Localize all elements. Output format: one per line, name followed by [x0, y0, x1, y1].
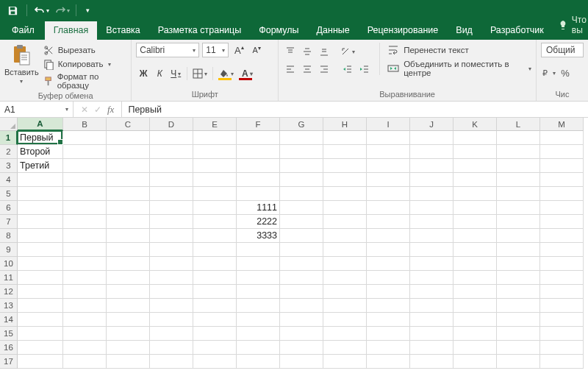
tab-data[interactable]: Данные	[308, 21, 359, 40]
cell[interactable]	[18, 215, 63, 229]
cell[interactable]	[237, 257, 280, 271]
fill-color-button[interactable]: ▾	[217, 66, 236, 81]
row-header[interactable]: 12	[0, 285, 18, 299]
cell[interactable]	[193, 215, 237, 229]
cell[interactable]	[18, 187, 63, 201]
cell[interactable]	[540, 159, 584, 173]
cell[interactable]	[63, 341, 107, 355]
cell[interactable]	[540, 243, 584, 257]
cell[interactable]	[410, 201, 453, 215]
cell[interactable]	[367, 313, 410, 327]
cell[interactable]	[280, 341, 323, 355]
align-center-icon[interactable]	[300, 62, 315, 77]
cell[interactable]	[150, 131, 193, 145]
cell[interactable]	[150, 187, 193, 201]
cell[interactable]	[193, 229, 237, 243]
cell[interactable]	[453, 285, 497, 299]
cell[interactable]: Третий	[18, 159, 63, 173]
cell[interactable]	[323, 341, 367, 355]
customize-qat-icon[interactable]: ▾	[82, 2, 93, 18]
cell[interactable]: Второй	[18, 145, 63, 159]
cell[interactable]	[410, 229, 453, 243]
cell[interactable]	[323, 131, 367, 145]
cell[interactable]	[540, 187, 584, 201]
cell[interactable]	[453, 271, 497, 285]
merge-center-button[interactable]: Объединить и поместить в центре ▾	[387, 61, 531, 76]
cell[interactable]	[150, 145, 193, 159]
cell[interactable]	[540, 201, 584, 215]
cell[interactable]	[63, 131, 107, 145]
column-header[interactable]: K	[453, 118, 497, 131]
row-header[interactable]: 11	[0, 271, 18, 285]
cell[interactable]	[497, 243, 540, 257]
cell[interactable]	[497, 187, 540, 201]
cell[interactable]	[367, 243, 410, 257]
cell[interactable]	[540, 131, 584, 145]
align-right-icon[interactable]	[317, 62, 331, 77]
paste-button[interactable]: Вставить ▾	[4, 43, 39, 90]
accounting-format-icon[interactable]: ₽▾	[541, 65, 556, 80]
cell[interactable]	[150, 243, 193, 257]
cell[interactable]	[280, 313, 323, 327]
tab-insert[interactable]: Вставка	[97, 21, 148, 40]
cell[interactable]	[107, 257, 150, 271]
cell[interactable]	[150, 355, 193, 369]
cell[interactable]	[107, 299, 150, 313]
cell[interactable]	[237, 173, 280, 187]
column-header[interactable]: I	[367, 118, 410, 131]
cell[interactable]	[497, 215, 540, 229]
cell[interactable]	[63, 173, 107, 187]
undo-icon[interactable]: ▾	[33, 2, 49, 18]
cell[interactable]	[540, 341, 584, 355]
cell[interactable]	[323, 159, 367, 173]
cell[interactable]	[150, 299, 193, 313]
cell[interactable]	[107, 145, 150, 159]
cell[interactable]	[237, 327, 280, 341]
row-header[interactable]: 4	[0, 173, 18, 187]
column-header[interactable]: G	[280, 118, 323, 131]
cell[interactable]	[237, 313, 280, 327]
cell[interactable]	[497, 257, 540, 271]
column-header[interactable]: A	[18, 118, 63, 131]
row-header[interactable]: 5	[0, 187, 18, 201]
cell[interactable]	[63, 327, 107, 341]
cell[interactable]	[18, 285, 63, 299]
cell[interactable]	[367, 271, 410, 285]
cell[interactable]	[540, 271, 584, 285]
cell[interactable]	[410, 341, 453, 355]
cell[interactable]	[280, 187, 323, 201]
cell[interactable]: 3333	[237, 229, 280, 243]
cell[interactable]	[18, 257, 63, 271]
cell[interactable]	[323, 257, 367, 271]
cell[interactable]	[107, 229, 150, 243]
percent-format-icon[interactable]: %	[558, 65, 573, 80]
name-box[interactable]: A1 ▾	[0, 102, 74, 117]
column-header[interactable]: D	[150, 118, 193, 131]
cell[interactable]	[237, 131, 280, 145]
column-header[interactable]: M	[540, 118, 584, 131]
cells-area[interactable]: ПервыйВторойТретий111122223333	[18, 131, 584, 369]
cell[interactable]	[280, 299, 323, 313]
cell[interactable]	[193, 131, 237, 145]
cell[interactable]	[323, 299, 367, 313]
column-header[interactable]: B	[63, 118, 107, 131]
cell[interactable]	[18, 355, 63, 369]
cell[interactable]	[323, 215, 367, 229]
cell[interactable]	[280, 131, 323, 145]
cell[interactable]	[497, 145, 540, 159]
tab-page-layout[interactable]: Разметка страницы	[149, 21, 250, 40]
align-middle-icon[interactable]	[300, 44, 315, 59]
cell[interactable]	[323, 201, 367, 215]
cell[interactable]	[237, 187, 280, 201]
cell[interactable]	[280, 215, 323, 229]
tab-view[interactable]: Вид	[447, 21, 481, 40]
cell[interactable]	[150, 285, 193, 299]
cell[interactable]	[150, 173, 193, 187]
cell[interactable]	[410, 299, 453, 313]
cell[interactable]	[280, 145, 323, 159]
cell[interactable]: 2222	[237, 215, 280, 229]
cell[interactable]	[107, 215, 150, 229]
cell[interactable]	[280, 201, 323, 215]
cell[interactable]	[453, 131, 497, 145]
insert-function-icon[interactable]: fx	[107, 104, 114, 116]
